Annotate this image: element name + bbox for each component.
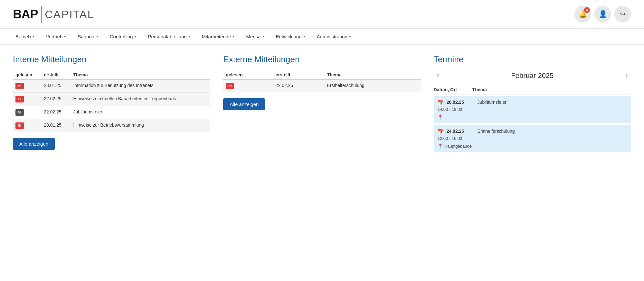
prev-month-button[interactable]: ‹	[434, 70, 442, 81]
nav-chevron-vertrieb: ▾	[64, 34, 66, 39]
interne-mitteilungen-title: Interne Mitteilungen	[13, 54, 210, 64]
thema-cell: Information zur Benutzung des Intranets	[71, 80, 210, 93]
termine-month: Februar 2025	[511, 72, 554, 80]
thema-cell: Jubiläumsfeier	[71, 106, 210, 119]
nav-label-mensa: Mensa	[246, 34, 260, 39]
date-cell: 22.02.25	[273, 80, 325, 93]
date-cell: 28.01.25	[41, 80, 71, 93]
logo-bap: BAP	[13, 7, 38, 21]
table-row[interactable]: ✉ 28.01.25 Information zur Benutzung des…	[13, 80, 210, 93]
nav-item-support[interactable]: Support▾	[72, 29, 104, 44]
user-profile-button[interactable]: 👤	[594, 6, 611, 23]
termine-date-col: 📅 28.02.25 14:00 - 18:00	[438, 100, 476, 112]
interne-show-all-button[interactable]: Alle anzeigen	[13, 138, 55, 150]
nav-item-mensa[interactable]: Mensa▾	[240, 29, 270, 44]
header-icons: 🔔 4 👤 ↪	[574, 6, 631, 23]
interne-mitteilungen-section: Interne Mitteilungen gelesen erstellt Th…	[13, 54, 210, 150]
externe-show-all-button[interactable]: Alle anzeigen	[223, 98, 265, 110]
email-icon: ✉	[15, 109, 24, 116]
nav-chevron-mensa: ▾	[262, 34, 264, 39]
list-item[interactable]: 📅 28.02.25 14:00 - 18:00 Jubiläumsfeier …	[434, 96, 631, 123]
termine-navigation: ‹ Februar 2025 ›	[434, 70, 631, 81]
termine-col-datum: Datum, Ort	[434, 87, 472, 92]
header: BAP CAPITAL 🔔 4 👤 ↪	[0, 0, 644, 29]
col-erstellt-internal: erstellt	[41, 70, 71, 80]
col-thema-external: Thema	[325, 70, 421, 80]
nav-label-administration: Administration	[317, 34, 347, 39]
nav-label-vertrieb: Vertrieb	[46, 34, 63, 39]
termine-thema: Jubiläumsfeier	[478, 100, 627, 112]
date-cell: 22.02.25	[41, 106, 71, 119]
termine-thema: Ersthelferschulung	[478, 129, 627, 141]
notification-badge: 4	[584, 7, 590, 13]
table-row[interactable]: ✉ 22.02.25 Jubiläumsfeier	[13, 106, 210, 119]
termine-date-line: 📅 28.02.25	[438, 100, 476, 106]
date-cell: 28.01.25	[41, 119, 71, 132]
read-status-cell: ✉	[13, 93, 41, 106]
nav-chevron-personalabteilung: ▾	[188, 34, 190, 39]
nav-chevron-administration: ▾	[349, 34, 351, 39]
nav-item-controlling[interactable]: Controlling▾	[104, 29, 142, 44]
nav-label-betrieb: Betrieb	[15, 34, 31, 39]
termine-table-header: Datum, Ort Thema	[434, 85, 631, 94]
read-status-cell: ✉	[13, 80, 41, 93]
nav-label-controlling: Controlling	[110, 34, 133, 39]
col-gelesen-internal: gelesen	[13, 70, 41, 80]
email-icon: ✉	[15, 96, 24, 102]
calendar-icon: 📅	[438, 129, 444, 135]
main-content: Interne Mitteilungen gelesen erstellt Th…	[0, 45, 644, 164]
nav-chevron-entwicklung: ▾	[303, 34, 305, 39]
nav-item-entwicklung[interactable]: Entwicklung▾	[270, 29, 311, 44]
logout-button[interactable]: ↪	[614, 6, 631, 23]
read-status-cell: ✉	[13, 106, 41, 119]
navbar: Betrieb▾Vertrieb▾Support▾Controlling▾Per…	[0, 29, 644, 45]
nav-label-entwicklung: Entwicklung	[276, 34, 302, 39]
termine-time: 14:00 - 18:00	[438, 107, 476, 112]
termine-date: 28.02.25	[447, 100, 464, 105]
email-icon: ✉	[226, 83, 234, 89]
email-icon: ✉	[15, 83, 24, 89]
nav-chevron-controlling: ▾	[135, 34, 137, 39]
thema-cell: Hinweise zu aktuellen Bauarbeiten im Tre…	[71, 93, 210, 106]
notification-button[interactable]: 🔔 4	[574, 6, 591, 23]
nav-chevron-mitarbeitende: ▾	[232, 34, 234, 39]
termine-col-thema: Thema	[472, 87, 631, 92]
termine-date-col: 📅 24.02.25 12:00 - 16:00	[438, 129, 476, 141]
read-status-cell: ✉	[13, 119, 41, 132]
nav-item-vertrieb[interactable]: Vertrieb▾	[40, 29, 72, 44]
list-item[interactable]: 📅 24.02.25 12:00 - 16:00 Ersthelferschul…	[434, 125, 631, 152]
termine-date-line: 📅 24.02.25	[438, 129, 476, 135]
table-row[interactable]: ✉ 28.01.25 Hinweise zur Betriebsversamml…	[13, 119, 210, 132]
col-gelesen-external: gelesen	[223, 70, 273, 80]
termine-time: 12:00 - 16:00	[438, 136, 476, 141]
read-status-cell: ✉	[223, 80, 273, 93]
col-erstellt-external: erstellt	[273, 70, 325, 80]
nav-label-mitarbeitende: Mitarbeitende	[202, 34, 231, 39]
pin-icon: 📍	[438, 114, 443, 120]
email-icon: ✉	[15, 122, 24, 129]
termine-events-list: 📅 28.02.25 14:00 - 18:00 Jubiläumsfeier …	[434, 96, 631, 152]
nav-item-administration[interactable]: Administration▾	[311, 29, 357, 44]
calendar-icon: 📅	[438, 100, 444, 106]
logo: BAP CAPITAL	[13, 6, 94, 23]
logo-capital: CAPITAL	[45, 8, 94, 21]
date-cell: 22.02.25	[41, 93, 71, 106]
termine-location-empty: 📍	[438, 114, 627, 120]
externe-mitteilungen-table: gelesen erstellt Thema ✉ 22.02.25 Ersthe…	[223, 70, 421, 92]
table-row[interactable]: ✉ 22.02.25 Hinweise zu aktuellen Bauarbe…	[13, 93, 210, 106]
col-thema-internal: Thema	[71, 70, 210, 80]
termine-section: Termine ‹ Februar 2025 › Datum, Ort Them…	[434, 54, 631, 154]
nav-chevron-support: ▾	[96, 34, 98, 39]
table-row[interactable]: ✉ 22.02.25 Ersthelferschulung	[223, 80, 421, 93]
pin-icon: 📍	[438, 143, 443, 149]
nav-item-betrieb[interactable]: Betrieb▾	[10, 29, 40, 44]
logo-divider	[41, 6, 42, 23]
next-month-button[interactable]: ›	[622, 70, 631, 81]
externe-mitteilungen-title: Externe Mitteilungen	[223, 54, 421, 64]
termine-date: 24.02.25	[447, 129, 464, 134]
nav-item-mitarbeitende[interactable]: Mitarbeitende▾	[196, 29, 241, 44]
nav-label-personalabteilung: Personalabteilung	[148, 34, 187, 39]
nav-item-personalabteilung[interactable]: Personalabteilung▾	[142, 29, 196, 44]
externe-mitteilungen-section: Externe Mitteilungen gelesen erstellt Th…	[223, 54, 421, 110]
interne-mitteilungen-table: gelesen erstellt Thema ✉ 28.01.25 Inform…	[13, 70, 210, 132]
